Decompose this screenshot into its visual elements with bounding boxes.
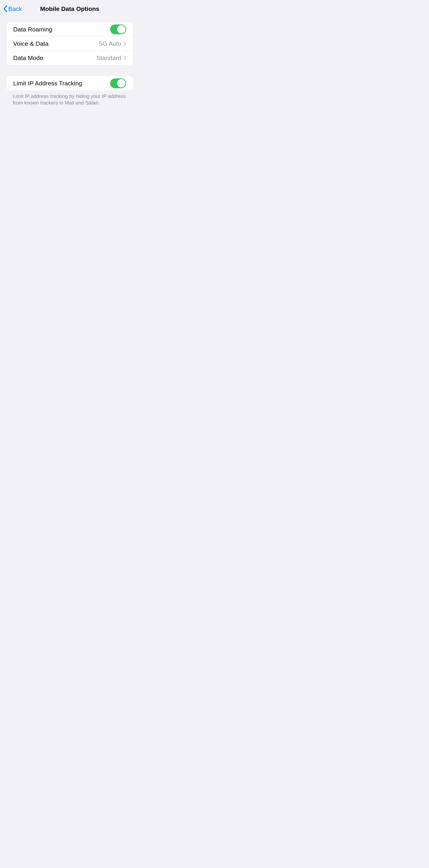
toggle-data-roaming[interactable]: [110, 25, 126, 34]
row-data-roaming[interactable]: Data Roaming: [6, 22, 133, 36]
row-voice-and-data[interactable]: Voice & Data 5G Auto: [6, 36, 133, 51]
toggle-knob: [117, 79, 125, 88]
row-value: 5G Auto: [99, 40, 121, 47]
row-data-mode[interactable]: Data Mode Standard: [6, 51, 133, 65]
settings-section-1: Data Roaming Voice & Data 5G Auto Data M…: [6, 22, 133, 65]
header: Back Mobile Data Options: [0, 0, 139, 18]
row-label: Limit IP Address Tracking: [13, 80, 82, 87]
row-label: Data Roaming: [13, 26, 52, 33]
toggle-limit-ip-tracking[interactable]: [110, 79, 126, 88]
row-label: Voice & Data: [13, 40, 49, 47]
row-value: Standard: [96, 55, 121, 61]
section-footer-text: Limit IP address tracking by hiding your…: [0, 90, 139, 106]
row-limit-ip-tracking[interactable]: Limit IP Address Tracking: [6, 76, 133, 90]
settings-section-2: Limit IP Address Tracking: [6, 76, 133, 90]
chevron-right-icon: [123, 41, 126, 46]
row-label: Data Mode: [13, 55, 43, 61]
back-button[interactable]: Back: [3, 5, 22, 12]
toggle-knob: [117, 25, 125, 34]
chevron-left-icon: [3, 5, 7, 12]
back-label: Back: [8, 5, 22, 12]
chevron-right-icon: [123, 55, 126, 60]
